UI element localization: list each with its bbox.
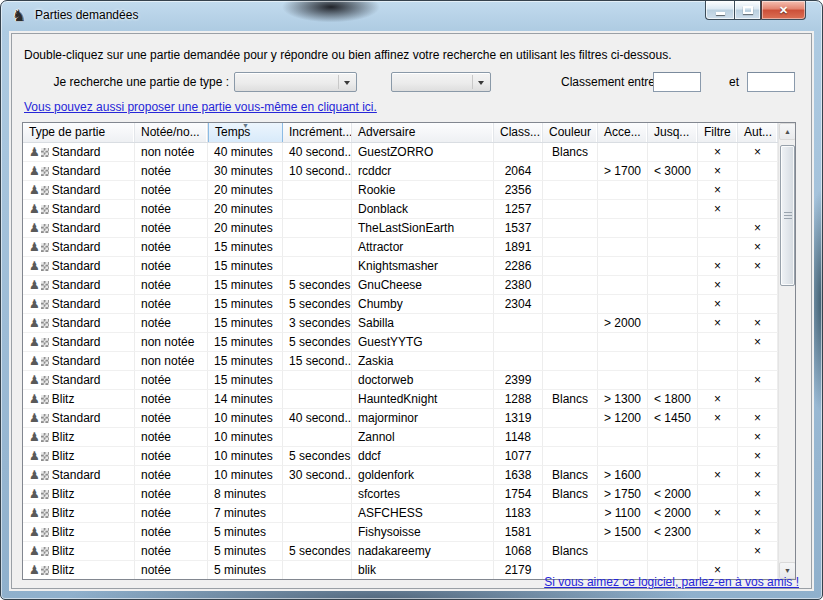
column-header-other[interactable]: Aut... <box>738 123 778 142</box>
table-row[interactable]: ♟Blitznotée5 minutesFishysoisse1581> 150… <box>23 523 778 542</box>
table-row[interactable]: ♟Standardnotée15 minutes3 secondesSabill… <box>23 314 778 333</box>
cell-type: ♟Blitz <box>23 542 135 561</box>
table-row[interactable]: ♟Standardnotée20 minutesTheLastSionEarth… <box>23 219 778 238</box>
rating-max-input[interactable] <box>747 72 795 92</box>
pawn-icon: ♟ <box>29 278 40 292</box>
column-header-increment[interactable]: Incrément... <box>283 123 352 142</box>
table-row[interactable]: ♟Standardnotée15 minutes5 secondesGnuChe… <box>23 276 778 295</box>
cell-color <box>543 352 598 371</box>
table-row[interactable]: ♟Standardnotée15 minutesKnightsmasher228… <box>23 257 778 276</box>
rated-select[interactable] <box>391 72 491 92</box>
propose-game-link[interactable]: Vous pouvez aussi proposer une partie vo… <box>24 100 377 114</box>
table-body: ♟Standardnon notée40 minutes40 second...… <box>23 143 778 579</box>
minimize-button[interactable] <box>705 1 734 20</box>
pawn-icon: ♟ <box>29 392 40 406</box>
cell-rated: notée <box>135 504 208 523</box>
checkerboard-icon <box>41 357 49 366</box>
column-header-rating[interactable]: Class... <box>494 123 543 142</box>
cell-rating: 2399 <box>494 371 543 390</box>
table-row[interactable]: ♟Standardnon notée40 minutes40 second...… <box>23 143 778 162</box>
cell-rated: notée <box>135 390 208 409</box>
cell-type: ♟Standard <box>23 219 135 238</box>
cell-filter <box>698 447 738 466</box>
table-row[interactable]: ♟Standardnotée10 minutes30 second...gold… <box>23 466 778 485</box>
cell-increment: 5 secondes <box>283 333 352 352</box>
table-row[interactable]: ♟Standardnotée30 minutes10 second...rcdd… <box>23 162 778 181</box>
rating-and-label: et <box>729 72 739 92</box>
cell-rated: notée <box>135 466 208 485</box>
column-header-filter[interactable]: Filtre <box>698 123 738 142</box>
cell-increment: 5 secondes <box>283 447 352 466</box>
vertical-scrollbar[interactable]: ▲ ▼ <box>778 123 795 579</box>
cell-opponent: ASFCHESS <box>352 504 494 523</box>
checkerboard-icon <box>41 509 49 518</box>
cell-accept_max <box>648 200 698 219</box>
cell-accept_min: > 1500 <box>598 523 648 542</box>
cell-time: 10 minutes <box>208 409 283 428</box>
table-row[interactable]: ♟Standardnotée10 minutes40 second...majo… <box>23 409 778 428</box>
column-header-rated[interactable]: Notée/no... <box>135 123 208 142</box>
cell-other <box>738 352 778 371</box>
cell-color <box>543 504 598 523</box>
column-header-color[interactable]: Couleur <box>543 123 598 142</box>
column-header-type[interactable]: Type de partie <box>23 123 135 142</box>
table-row[interactable]: ♟Blitznotée5 minutes5 secondesnadakareem… <box>23 542 778 561</box>
column-header-opponent[interactable]: Adversaire <box>352 123 494 142</box>
minimize-icon <box>716 12 725 15</box>
checkerboard-icon <box>41 262 49 271</box>
cell-increment: 15 second... <box>283 352 352 371</box>
checkerboard-icon <box>41 471 49 480</box>
cell-accept_min <box>598 371 648 390</box>
column-header-label: Acce... <box>604 125 641 139</box>
cell-other: × <box>738 447 778 466</box>
title-bar[interactable]: ♞ Parties demandées ✕ <box>1 1 822 31</box>
cell-type: ♟Blitz <box>23 428 135 447</box>
cell-filter: × <box>698 276 738 295</box>
table-row[interactable]: ♟Standardnon notée15 minutes15 second...… <box>23 352 778 371</box>
column-header-time[interactable]: Temps▼ <box>208 123 283 142</box>
cell-opponent: GnuCheese <box>352 276 494 295</box>
cell-opponent: nadakareemy <box>352 542 494 561</box>
cell-opponent: Zannol <box>352 428 494 447</box>
cell-accept_max: < 1800 <box>648 390 698 409</box>
cell-color: Blancs <box>543 390 598 409</box>
dropdown-separator <box>338 75 339 89</box>
cell-other <box>738 200 778 219</box>
scrollbar-thumb[interactable] <box>780 145 795 286</box>
table-row[interactable]: ♟Standardnotée15 minutesdoctorweb2399× <box>23 371 778 390</box>
rating-min-input[interactable] <box>653 72 701 92</box>
cell-accept_min <box>598 238 648 257</box>
table-row[interactable]: ♟Standardnotée20 minutesDonblack1257× <box>23 200 778 219</box>
cell-rating: 1537 <box>494 219 543 238</box>
cell-rating <box>494 333 543 352</box>
cell-accept_max <box>648 542 698 561</box>
cell-accept_min: > 1600 <box>598 466 648 485</box>
pawn-icon: ♟ <box>29 506 40 520</box>
cell-type: ♟Standard <box>23 238 135 257</box>
table-row[interactable]: ♟Standardnotée15 minutes5 secondesChumby… <box>23 295 778 314</box>
pawn-icon: ♟ <box>29 164 40 178</box>
cell-rated: notée <box>135 371 208 390</box>
checkerboard-icon <box>41 281 49 290</box>
cell-other: × <box>738 257 778 276</box>
column-header-accept_max[interactable]: Jusq... <box>648 123 698 142</box>
game-type-select[interactable] <box>234 72 357 92</box>
table-row[interactable]: ♟Standardnotée20 minutesRookie2356× <box>23 181 778 200</box>
table-row[interactable]: ♟Blitznotée10 minutesZannol1148× <box>23 428 778 447</box>
table-row[interactable]: ♟Standardnotée15 minutesAttractor1891× <box>23 238 778 257</box>
cell-other: × <box>738 485 778 504</box>
column-header-accept_min[interactable]: Acce... <box>598 123 648 142</box>
share-software-link[interactable]: Si vous aimez ce logiciel, parlez-en à v… <box>544 575 799 589</box>
cell-accept_max <box>648 314 698 333</box>
table-row[interactable]: ♟Blitznotée10 minutes5 secondesddcf1077× <box>23 447 778 466</box>
table-row[interactable]: ♟Blitznotée8 minutessfcortes1754Blancs> … <box>23 485 778 504</box>
maximize-button[interactable] <box>734 1 761 20</box>
table-row[interactable]: ♟Blitznotée7 minutesASFCHESS1183> 1100< … <box>23 504 778 523</box>
table-row[interactable]: ♟Standardnon notée15 minutes5 secondesGu… <box>23 333 778 352</box>
scroll-up-button[interactable]: ▲ <box>779 123 796 140</box>
table-row[interactable]: ♟Blitznotée14 minutesHauntedKnight1288Bl… <box>23 390 778 409</box>
column-header-label: Class... <box>500 125 540 139</box>
cell-opponent: doctorweb <box>352 371 494 390</box>
close-button[interactable]: ✕ <box>761 1 806 20</box>
cell-opponent: Chumby <box>352 295 494 314</box>
